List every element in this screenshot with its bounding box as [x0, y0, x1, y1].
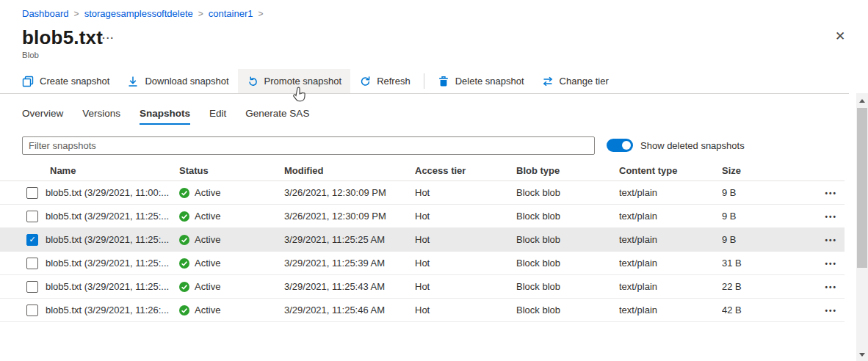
status-label: Active [195, 305, 220, 316]
content-type-value: text/plain [619, 258, 722, 269]
content-type-value: text/plain [619, 281, 722, 292]
row-context-menu-icon[interactable]: ••• [825, 213, 837, 221]
refresh-button[interactable]: Refresh [350, 69, 419, 93]
status-label: Active [195, 281, 220, 292]
blob-type-value: Block blob [516, 187, 619, 198]
row-context-menu-icon[interactable]: ••• [825, 260, 837, 268]
size-value: 31 B [722, 258, 789, 269]
vertical-scrollbar[interactable] [856, 93, 868, 361]
row-checkbox[interactable] [26, 305, 38, 316]
promote-snapshot-button[interactable]: Promote snapshot [238, 69, 351, 93]
create-snapshot-icon [22, 76, 34, 87]
status-active-icon [179, 305, 189, 316]
status-active-icon [179, 258, 189, 269]
table-row[interactable]: blob5.txt (3/29/2021, 11:25:... Active 3… [0, 252, 845, 275]
size-value: 9 B [722, 234, 789, 245]
snapshot-name: blob5.txt (3/29/2021, 11:25:... [46, 211, 179, 222]
tab-edit[interactable]: Edit [209, 108, 226, 125]
download-snapshot-label: Download snapshot [145, 76, 228, 87]
column-header-content-type: Content type [619, 165, 722, 176]
tab-versions[interactable]: Versions [82, 108, 120, 125]
status-label: Active [195, 187, 220, 198]
create-snapshot-label: Create snapshot [40, 76, 109, 87]
row-checkbox[interactable] [26, 258, 38, 269]
tab-bar: Overview Versions Snapshots Edit Generat… [22, 108, 309, 125]
tab-generate-sas[interactable]: Generate SAS [245, 108, 309, 125]
table-row[interactable]: blob5.txt (3/29/2021, 11:25:... Active 3… [0, 275, 845, 299]
status-label: Active [195, 211, 220, 222]
breadcrumb: Dashboard > storagesamplessoftdelete > c… [22, 8, 264, 19]
snapshot-name: blob5.txt (3/29/2021, 11:25:... [46, 234, 179, 245]
snapshot-name: blob5.txt (3/29/2021, 11:26:... [46, 305, 179, 316]
promote-icon [247, 76, 258, 87]
content-type-value: text/plain [619, 187, 722, 198]
status-active-icon [179, 188, 189, 198]
row-context-menu-icon[interactable]: ••• [825, 283, 837, 291]
column-header-name: Name [46, 165, 179, 176]
modified-value: 3/26/2021, 12:30:09 PM [284, 211, 415, 222]
page-title: blob5.txt [22, 26, 103, 49]
delete-snapshot-button[interactable]: Delete snapshot [429, 69, 533, 93]
close-icon[interactable]: ✕ [835, 30, 845, 43]
size-value: 9 B [722, 211, 789, 222]
table-row-selected[interactable]: ✓ blob5.txt (3/29/2021, 11:25:... Active… [0, 228, 845, 252]
snapshot-name: blob5.txt (3/29/2021, 11:25:... [46, 258, 179, 269]
row-checkbox-checked[interactable]: ✓ [26, 234, 38, 246]
modified-value: 3/29/2021, 11:25:46 AM [284, 305, 415, 316]
filter-snapshots-input[interactable] [22, 136, 595, 155]
refresh-icon [359, 76, 371, 87]
promote-snapshot-label: Promote snapshot [264, 76, 342, 87]
row-checkbox[interactable] [26, 187, 38, 199]
column-header-modified: Modified [284, 165, 415, 176]
access-tier-value: Hot [415, 211, 516, 222]
column-header-blob-type: Blob type [516, 165, 619, 176]
row-context-menu-icon[interactable]: ••• [825, 189, 837, 197]
download-snapshot-button[interactable]: Download snapshot [118, 69, 237, 93]
snapshot-name: blob5.txt (3/29/2021, 11:00:... [46, 187, 179, 198]
create-snapshot-button[interactable]: Create snapshot [22, 69, 118, 93]
table-row[interactable]: blob5.txt (3/29/2021, 11:25:... Active 3… [0, 205, 845, 228]
tab-overview[interactable]: Overview [22, 108, 63, 125]
row-checkbox[interactable] [26, 281, 38, 293]
change-tier-button[interactable]: Change tier [533, 69, 618, 93]
breadcrumb-container1[interactable]: container1 [209, 8, 253, 19]
table-row[interactable]: blob5.txt (3/29/2021, 11:26:... Active 3… [0, 299, 845, 322]
breadcrumb-separator: > [258, 9, 264, 19]
breadcrumb-storage-account[interactable]: storagesamplessoftdelete [84, 8, 193, 19]
scrollbar-thumb[interactable] [857, 108, 867, 268]
blob-detail-page: Dashboard > storagesamplessoftdelete > c… [0, 0, 868, 361]
change-tier-label: Change tier [560, 76, 609, 87]
blob-type-value: Block blob [516, 281, 619, 292]
scrollbar-up-icon[interactable] [859, 99, 865, 103]
toggle-knob [622, 141, 631, 150]
column-header-size: Size [722, 165, 789, 176]
modified-value: 3/26/2021, 12:30:09 PM [284, 187, 415, 198]
blob-type-value: Block blob [516, 305, 619, 316]
content-type-value: text/plain [619, 211, 722, 222]
toolbar-divider [424, 73, 424, 89]
breadcrumb-separator: > [198, 9, 203, 19]
column-header-access-tier: Access tier [415, 165, 516, 176]
download-icon [127, 76, 139, 87]
row-checkbox[interactable] [26, 211, 38, 222]
page-subtitle: Blob [22, 51, 39, 59]
refresh-label: Refresh [377, 76, 411, 87]
size-value: 9 B [722, 187, 789, 198]
more-icon[interactable]: ··· [102, 32, 115, 44]
size-value: 42 B [722, 305, 789, 316]
status-active-icon [179, 282, 189, 292]
content-type-value: text/plain [619, 305, 722, 316]
toolbar-divider-line [0, 93, 849, 94]
scrollbar-down-icon[interactable] [859, 353, 865, 357]
content-type-value: text/plain [619, 234, 722, 245]
table-row[interactable]: blob5.txt (3/29/2021, 11:00:... Active 3… [0, 181, 845, 205]
breadcrumb-dashboard[interactable]: Dashboard [22, 8, 69, 19]
show-deleted-snapshots-label: Show deleted snapshots [640, 140, 745, 151]
access-tier-value: Hot [415, 281, 516, 292]
show-deleted-snapshots-toggle[interactable] [607, 139, 633, 152]
row-context-menu-icon[interactable]: ••• [825, 236, 837, 244]
status-active-icon [179, 211, 189, 222]
access-tier-value: Hot [415, 305, 516, 316]
row-context-menu-icon[interactable]: ••• [825, 307, 837, 315]
tab-snapshots[interactable]: Snapshots [140, 108, 190, 125]
